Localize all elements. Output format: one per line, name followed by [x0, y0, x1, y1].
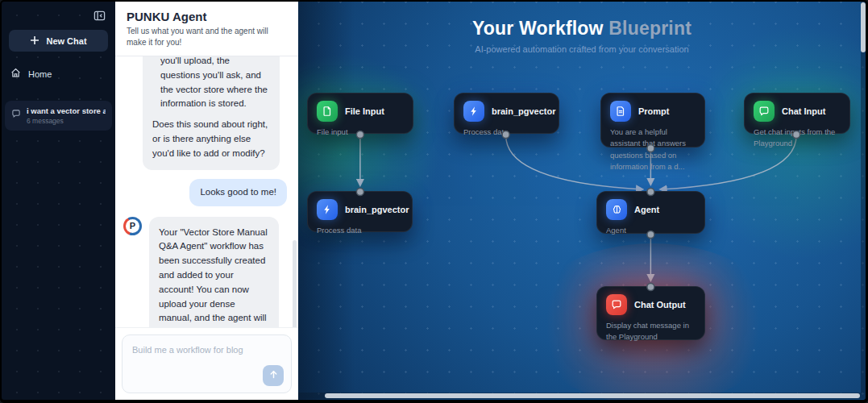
workflow-canvas[interactable]: Your Workflow Blueprint AI-powered autom…	[298, 2, 866, 400]
zap-icon	[463, 101, 484, 122]
chat-bubble-icon	[11, 107, 21, 122]
new-chat-button[interactable]: New Chat	[9, 30, 108, 52]
node-chat-input[interactable]: Chat Input Get chat inputs from the Play…	[744, 93, 850, 134]
panel-collapse-icon	[93, 10, 106, 25]
user-message: Looks good to me!	[189, 179, 287, 206]
zap-icon	[317, 199, 338, 220]
chat-input-area	[115, 327, 298, 400]
sidebar: New Chat Home i want a vector store agen…	[2, 2, 115, 400]
node-prompt[interactable]: Prompt You are a helpful assistant that …	[600, 93, 705, 147]
new-chat-label: New Chat	[46, 36, 86, 46]
collapse-sidebar-button[interactable]	[92, 10, 106, 24]
chat-panel-title: PUNKU Agent	[127, 10, 287, 23]
node-agent[interactable]: Agent Agent	[596, 191, 705, 234]
node-brain-pgvector-top[interactable]: brain_pgvector Process data	[454, 93, 559, 134]
canvas-title: Your Workflow	[472, 18, 604, 39]
chat-history-item[interactable]: i want a vector store agent 6 messages	[5, 101, 112, 131]
sidebar-item-home[interactable]: Home	[9, 64, 108, 83]
plus-icon	[30, 35, 39, 47]
chat-scrollbar-thumb[interactable]	[293, 240, 297, 327]
app-window: New Chat Home i want a vector store agen…	[0, 0, 868, 403]
assistant-message-question: Does this sound about right, or is there…	[152, 118, 270, 160]
history-message-count: 6 messages	[27, 117, 106, 125]
home-icon	[10, 68, 21, 80]
chat-bubble-icon	[754, 101, 775, 122]
avatar-letter: P	[126, 219, 139, 233]
chat-panel-subtitle: Tell us what you want and the agent will…	[127, 26, 287, 48]
canvas-subtitle: AI-powered automation crafted from your …	[298, 44, 866, 54]
file-icon	[317, 101, 338, 122]
assistant-message-final: Your "Vector Store Manual Q&A Agent" wor…	[149, 217, 279, 328]
canvas-title-accent: Blueprint	[604, 18, 691, 39]
chat-header: PUNKU Agent Tell us what you want and th…	[115, 2, 298, 56]
node-brain-pgvector-bottom[interactable]: brain_pgvector Process data	[307, 191, 413, 232]
assistant-message-partial: you'll upload, the questions you'll ask,…	[143, 56, 280, 170]
canvas-title-block: Your Workflow Blueprint AI-powered autom…	[298, 18, 866, 54]
horizontal-scrollbar-thumb[interactable]	[325, 393, 860, 398]
vertical-scrollbar-track	[861, 2, 866, 393]
assistant-message-detail: you'll upload, the questions you'll ask,…	[152, 56, 270, 111]
node-file-input[interactable]: File Input File input	[307, 93, 413, 134]
chat-bubble-icon	[606, 294, 627, 315]
chat-panel: PUNKU Agent Tell us what you want and th…	[115, 2, 298, 400]
history-title: i want a vector store agent	[27, 106, 106, 115]
vertical-scrollbar-thumb[interactable]	[861, 2, 866, 52]
arrow-up-icon	[268, 368, 279, 383]
chat-messages: you'll upload, the questions you'll ask,…	[115, 56, 298, 327]
send-button[interactable]	[263, 365, 284, 386]
home-label: Home	[28, 69, 52, 79]
node-chat-output[interactable]: Chat Output Display chat message in the …	[596, 286, 705, 340]
brain-icon	[606, 199, 627, 220]
file-text-icon	[610, 101, 631, 122]
assistant-avatar: P	[123, 217, 142, 235]
